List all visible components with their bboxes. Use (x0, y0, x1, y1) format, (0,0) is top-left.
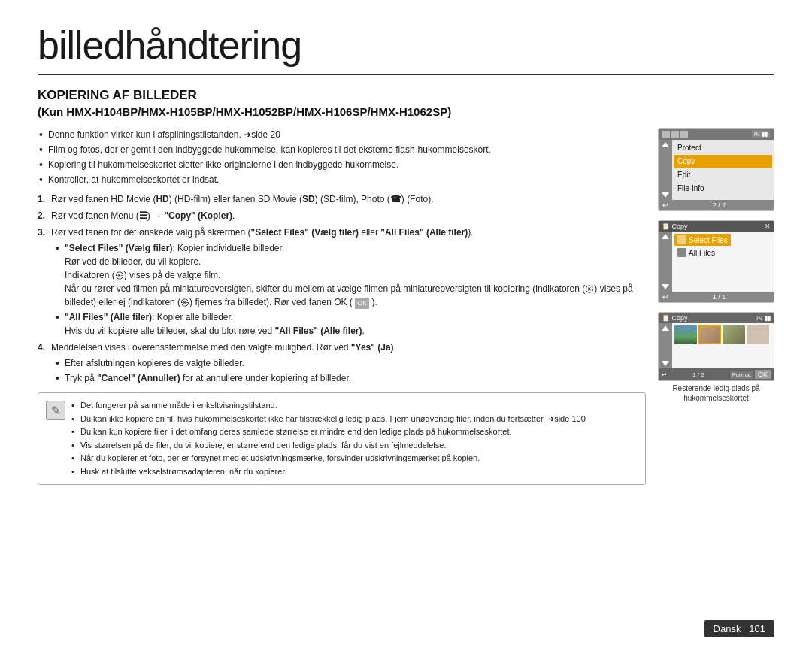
format-button[interactable]: Format (730, 371, 753, 379)
icon-sq (671, 131, 679, 138)
menu-item-copy: Copy (674, 155, 772, 168)
back-icon: ↩ (662, 371, 667, 378)
all-files-icon (677, 248, 686, 257)
note-box: ✎ Det fungerer på samme måde i enkeltvis… (38, 392, 646, 485)
menu-item-edit: Edit (674, 168, 772, 181)
mockup1-footer: ↩ 2 / 2 (659, 200, 774, 210)
list-item: Film og fotos, der er gemt i den indbygg… (38, 143, 646, 156)
mockup3-title: 📋 Copy (662, 314, 688, 322)
ui-mockup-2: 📋 Copy ✕ Select Files (658, 220, 774, 303)
page-indicator: 2 / 2 (713, 201, 726, 209)
section-heading: KOPIERING AF BILLEDER (Kun HMX-H104BP/HM… (38, 87, 774, 120)
footer-buttons: Format OK (730, 370, 771, 379)
close-icon: ✕ (765, 223, 771, 230)
list-item: Du kan ikke kopiere en fil, hvis hukomme… (71, 413, 638, 425)
icon-sq (680, 131, 688, 138)
mockup-frame-2: 📋 Copy ✕ Select Files (658, 220, 774, 303)
list-item: Denne funktion virker kun i afspilningst… (38, 128, 646, 141)
mockup3-footer: ↩ 1 / 2 Format OK (659, 368, 774, 380)
page-indicator: 1 / 1 (713, 293, 726, 301)
mockup2-content: Select Files All Files (672, 232, 733, 292)
in-badge: IN ▮▮ (752, 130, 770, 138)
ui-mockup-3: 📋 Copy IN ▮▮ (658, 312, 774, 403)
step-item: 4. Meddelelsen vises i overensstemmelse … (38, 341, 646, 385)
right-column: IN ▮▮ Protect Copy Edit File Info (658, 128, 774, 485)
mockup3-caption: Resterende ledig plads på hukommelseskor… (658, 383, 774, 403)
list-item: Når du kopierer et foto, der er forsynet… (71, 452, 638, 465)
note-content: Det fungerer på samme måde i enkeltvisni… (71, 399, 638, 478)
thumbnail (674, 326, 697, 344)
mockup3-header-icons: IN ▮▮ (756, 315, 771, 322)
steps-list: 1. Rør ved fanen HD Movie (HD) (HD-film)… (38, 192, 646, 385)
list-item: Du kan kun kopiere filer, i det omfang d… (71, 425, 638, 438)
mockup1-header: IN ▮▮ (659, 129, 774, 140)
icon-sq (662, 131, 670, 138)
mockup2-header: 📋 Copy ✕ (659, 221, 774, 232)
arrow-down-icon (662, 192, 669, 198)
mockup-frame-1: IN ▮▮ Protect Copy Edit File Info (658, 128, 774, 211)
page-indicator: 1 / 2 (692, 371, 704, 378)
sub-bullets: Efter afslutningen kopieres de valgte bi… (54, 356, 646, 385)
page-container: billedhåndtering KOPIERING AF BILLEDER (… (0, 0, 812, 651)
list-item: Det fungerer på samme måde i enkeltvisni… (71, 399, 638, 412)
menu-content: Protect Copy Edit File Info (672, 140, 774, 200)
arrow-up-icon (662, 234, 669, 239)
mockup2-body: Select Files All Files (659, 232, 774, 292)
thumbnail-selected (698, 326, 721, 344)
heading-line1: KOPIERING AF BILLEDER (38, 88, 197, 102)
intro-bullets: Denne funktion virker kun i afspilningst… (38, 128, 646, 186)
note-icon: ✎ (46, 401, 65, 420)
list-item: Vis størrelsen på de filer, du vil kopie… (71, 439, 638, 452)
menu-item-fileinfo: File Info (674, 182, 772, 195)
page-footer: Dansk _101 (704, 620, 774, 637)
mockup1-body: Protect Copy Edit File Info (659, 140, 774, 200)
list-item: Kontroller, at hukommelseskortet er inds… (38, 173, 646, 186)
in-label: IN (756, 315, 762, 322)
step-item: 3. Rør ved fanen for det ønskede valg på… (38, 226, 646, 338)
thumbnail (747, 326, 769, 344)
list-item: "All Files" (Alle filer): Kopier alle bi… (54, 310, 646, 338)
mockup2-footer: ↩ 1 / 1 (659, 292, 774, 302)
nav-arrows (659, 323, 672, 368)
content-column: Denne funktion virker kun i afspilningst… (38, 128, 646, 485)
page-title: billedhåndtering (38, 23, 774, 75)
back-icon: ↩ (662, 201, 668, 209)
back-icon: ↩ (662, 293, 668, 301)
header-icons (662, 131, 688, 138)
list-item: Efter afslutningen kopieres de valgte bi… (54, 356, 646, 370)
ui-mockup-1: IN ▮▮ Protect Copy Edit File Info (658, 128, 774, 211)
battery-icon: ▮▮ (765, 315, 771, 322)
all-files-item: All Files (674, 247, 731, 259)
select-files-label: Select Files (689, 236, 728, 244)
arrow-up-icon (662, 326, 669, 331)
list-item: Tryk på "Cancel" (Annuller) for at annul… (54, 371, 646, 385)
mockup3-body (659, 323, 774, 368)
thumbnail-dog (723, 326, 745, 344)
menu-item-protect: Protect (674, 141, 772, 154)
list-item: "Select Files" (Vælg filer): Kopier indi… (54, 241, 646, 309)
mockup2-title: 📋 Copy (662, 223, 688, 230)
nav-arrows (659, 232, 672, 292)
mockup3-header: 📋 Copy IN ▮▮ (659, 313, 774, 323)
heading-line2: (Kun HMX-H104BP/HMX-H105BP/HMX-H1052BP/H… (38, 105, 451, 118)
sub-bullets: "Select Files" (Vælg filer): Kopier indi… (54, 241, 646, 338)
list-item: Husk at tilslutte vekselstrømsadapteren,… (71, 465, 638, 478)
nav-arrows (659, 140, 672, 200)
arrow-down-icon (662, 284, 669, 289)
all-files-label: All Files (689, 249, 715, 257)
arrow-down-icon (662, 361, 669, 366)
list-item: Kopiering til hukommelseskortet sletter … (38, 158, 646, 171)
ok-button[interactable]: OK (755, 370, 771, 379)
select-files-icon (677, 235, 686, 244)
step-item: 1. Rør ved fanen HD Movie (HD) (HD-film)… (38, 192, 646, 206)
mockup-frame-3: 📋 Copy IN ▮▮ (658, 312, 774, 381)
main-layout: Denne funktion virker kun i afspilningst… (38, 128, 774, 485)
thumbnail-area (672, 323, 774, 368)
step-item: 2. Rør ved fanen Menu (☰) → "Copy" (Kopi… (38, 209, 646, 223)
select-files-item: Select Files (674, 234, 731, 246)
arrow-up-icon (662, 142, 669, 147)
